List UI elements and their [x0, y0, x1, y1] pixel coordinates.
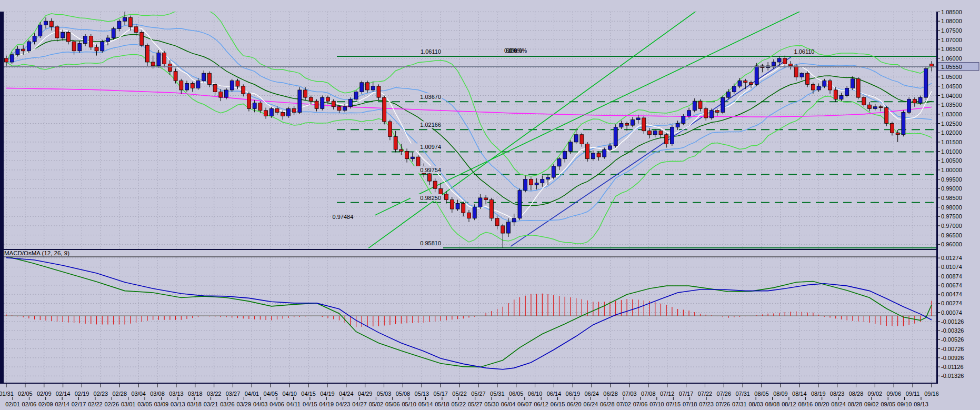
candle-bearish	[207, 73, 211, 84]
candle-bearish	[383, 97, 386, 122]
chart-canvas[interactable]: 1.061101.061101.036701.021661.009740.997…	[0, 0, 980, 410]
macd-axis-label: -0.00526	[941, 336, 964, 343]
candle-bullish	[343, 107, 347, 111]
date-axis-label-row1: 04/01	[245, 391, 259, 397]
macd-axis-label: 0.01274	[941, 255, 962, 261]
date-axis-label-row1: 02/05	[18, 391, 33, 397]
date-axis-label-row2: 02/17	[72, 401, 86, 407]
candle-bearish	[427, 174, 431, 181]
date-axis-label-row2: 05/22	[452, 401, 466, 407]
candle-bearish	[168, 64, 172, 71]
price-axis-label: 0.97000	[941, 223, 962, 229]
macd-axis-label: 0.00474	[941, 291, 962, 297]
date-axis-label-row2: 08/03	[748, 401, 763, 407]
candle-bearish	[648, 131, 652, 135]
date-axis-label-row2: 08/16	[798, 401, 813, 407]
candle-bullish	[112, 28, 115, 38]
candle-bullish	[321, 97, 324, 108]
candle-bearish	[66, 32, 70, 42]
candle-bearish	[625, 124, 629, 126]
candle-bearish	[879, 107, 883, 108]
candle-bullish	[687, 111, 691, 116]
candle-bullish	[348, 99, 352, 107]
candle-bearish	[366, 83, 369, 90]
candle-bullish	[546, 177, 550, 179]
candle-bullish	[507, 222, 511, 233]
candle-bullish	[608, 146, 612, 149]
macd-axis-label: -0.00926	[941, 355, 964, 361]
candle-bearish	[405, 152, 409, 159]
date-axis-label-row2: 06/24	[584, 401, 598, 407]
date-axis-label-row1: 08/09	[773, 391, 788, 397]
date-axis-label-row1: 06/10	[528, 391, 543, 397]
macd-axis-label: 0.00274	[941, 300, 962, 306]
candle-bullish	[817, 86, 821, 90]
date-axis-label-row2: 02/06	[22, 401, 37, 407]
fib-level-label: 0.98250	[420, 195, 441, 201]
date-axis-label-row1: 09/06	[886, 391, 901, 397]
date-axis-label-row2: 07/31	[732, 401, 747, 407]
date-axis-label-row2: 03/01	[121, 401, 136, 407]
date-axis-label-row1: 01/31	[0, 391, 14, 397]
date-axis-label-row1: 08/05	[754, 391, 769, 397]
price-axis-label: 1.04000	[941, 93, 962, 99]
macd-axis-label: -0.00126	[941, 318, 964, 325]
price-axis-label: 1.04500	[941, 83, 962, 89]
date-axis-label-row2: 08/28	[848, 401, 863, 407]
candle-bearish	[896, 133, 899, 135]
date-axis-label-row1: 05/31	[490, 391, 505, 397]
candle-bearish	[22, 49, 25, 51]
date-axis-label-row1: 04/19	[320, 391, 335, 397]
candle-bullish	[603, 149, 606, 157]
price-axis-label: 0.98500	[941, 195, 962, 201]
candle-bearish	[128, 17, 132, 27]
date-axis-label-row2: 06/20	[567, 401, 582, 407]
candle-bearish	[586, 144, 589, 158]
price-axis-label: 1.03500	[941, 102, 962, 108]
candle-bullish	[738, 81, 742, 86]
candle-bearish	[783, 58, 787, 64]
date-axis-label-row2: 06/15	[551, 401, 565, 407]
candle-bullish	[777, 58, 781, 62]
date-axis-label-row1: 04/05	[264, 391, 278, 397]
candle-bullish	[10, 55, 14, 62]
candle-bearish	[704, 108, 708, 118]
date-axis-label-row2: 07/06	[633, 401, 648, 407]
candle-bullish	[360, 83, 364, 92]
candle-bearish	[89, 36, 93, 47]
date-axis-label-row2: 03/18	[187, 401, 202, 407]
fib-level-label: 1.06110	[421, 48, 441, 55]
candle-bullish	[202, 73, 206, 81]
candle-bearish	[501, 226, 505, 233]
candle-bearish	[55, 27, 59, 38]
candle-bearish	[258, 103, 262, 111]
date-axis-label-row1: 05/22	[452, 391, 467, 397]
date-axis-label-row2: 04/06	[269, 401, 284, 407]
candle-bearish	[597, 153, 601, 157]
candle-bullish	[286, 108, 290, 116]
candle-bearish	[275, 108, 279, 112]
candle-bearish	[715, 111, 719, 113]
price-axis-label: 0.96500	[941, 232, 962, 238]
macd-axis-label: -0.01326	[941, 373, 964, 379]
candle-bullish	[845, 88, 849, 95]
candle-bullish	[106, 38, 109, 42]
date-axis-label-row1: 07/22	[698, 391, 713, 397]
candle-bearish	[862, 97, 866, 105]
candle-bullish	[157, 53, 161, 66]
candle-bullish	[117, 21, 121, 28]
candle-bearish	[749, 83, 753, 85]
candle-bullish	[478, 198, 482, 207]
candle-bearish	[868, 105, 872, 108]
date-axis-label-row1: 02/28	[112, 391, 127, 397]
candle-bearish	[885, 108, 888, 124]
candle-bearish	[247, 94, 251, 108]
price-axis-label: 1.01500	[941, 139, 962, 145]
candle-bullish	[78, 44, 82, 51]
candle-bullish	[123, 17, 127, 21]
candle-bearish	[49, 21, 53, 27]
price-axis-label: 1.02000	[941, 129, 962, 136]
candle-bearish	[811, 84, 815, 90]
date-axis-label-row1: 05/03	[377, 391, 392, 397]
date-axis-label-row1: 04/29	[358, 391, 373, 397]
